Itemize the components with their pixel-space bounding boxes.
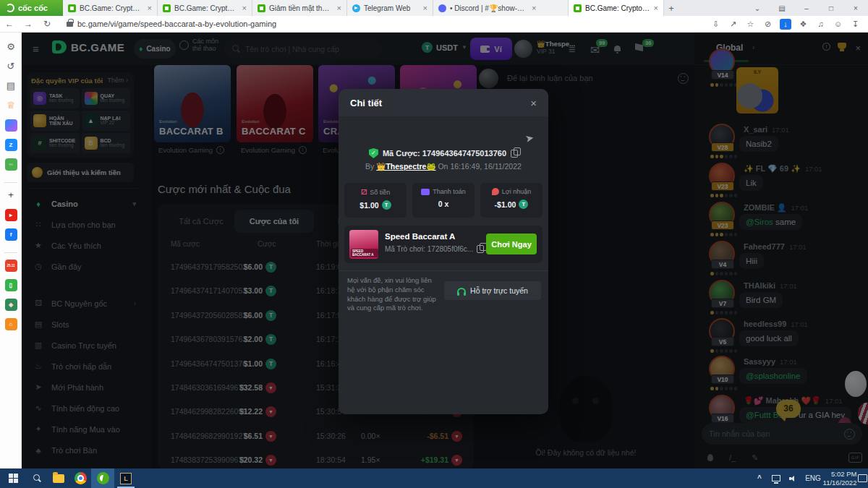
- tab-close-icon[interactable]: ×: [532, 4, 536, 12]
- share-icon[interactable]: ➤: [524, 132, 535, 145]
- mention-link[interactable]: @splashonline: [746, 372, 801, 380]
- sale-25-11-icon[interactable]: 25.11: [0, 260, 22, 272]
- clock[interactable]: 5:02 PM11/16/2022: [825, 468, 855, 488]
- sidebar-item-trò-chơi-bàn[interactable]: ♣Trò chơi Bàn: [22, 440, 152, 461]
- vip-more-link[interactable]: Thêm ›: [107, 77, 128, 84]
- tab-search-icon[interactable]: ⌄: [745, 4, 770, 12]
- battery-icon[interactable]: ▯: [0, 279, 22, 291]
- vip-card-nạp-lại[interactable]: ▲NẠP LẠIVIP 22: [82, 111, 131, 131]
- chevron-right-icon[interactable]: ›: [752, 43, 754, 51]
- copy-icon[interactable]: [511, 150, 518, 158]
- browser-tab[interactable]: Telegram Web×: [347, 0, 433, 16]
- browser-tab[interactable]: • Discord | #🏆show-off-you×: [433, 0, 569, 16]
- sidebar-item-tính-biến-động-cao[interactable]: ∿Tính biến động cao: [22, 398, 152, 419]
- currency-selector[interactable]: T USDT ▼: [422, 42, 467, 53]
- url-text[interactable]: bc.game/vi/game/speed-baccarat-a-by-evol…: [77, 20, 276, 28]
- user-avatar[interactable]: [514, 40, 532, 58]
- copy-icon[interactable]: [477, 245, 484, 253]
- live-support-button[interactable]: Hỗ trợ trực tuyến: [444, 281, 541, 300]
- zalo-icon[interactable]: Z: [0, 139, 22, 151]
- back-button[interactable]: ←: [0, 19, 19, 29]
- minimize-button[interactable]: –: [794, 4, 819, 12]
- chat-rules-icon[interactable]: !: [822, 43, 830, 51]
- notifications-bell-icon[interactable]: [613, 46, 621, 53]
- graduation-icon[interactable]: ◆: [0, 299, 22, 311]
- chat-input[interactable]: Tin nhắn của bạn: [702, 423, 862, 445]
- bcgame-logo[interactable]: BC.GAME: [52, 40, 124, 53]
- chat-username[interactable]: ✨ FL 💎 69 ✨17:01: [744, 164, 822, 174]
- media-icon[interactable]: ♫: [815, 20, 826, 28]
- pen-icon[interactable]: ✎: [752, 453, 758, 463]
- downloads-tray-icon[interactable]: ↧: [850, 20, 861, 29]
- file-explorer-button[interactable]: [48, 468, 69, 488]
- chat-username[interactable]: ZOMBIE 👤17:01: [744, 203, 808, 213]
- sidebar-item-casino[interactable]: ♦Casino▾: [22, 193, 152, 214]
- league-of-legends-button[interactable]: L: [114, 468, 137, 488]
- wallet-button[interactable]: Ví: [470, 38, 512, 60]
- referral-button[interactable]: Giới thiệu và kiếm tiền: [27, 163, 134, 182]
- tab-close-icon[interactable]: ×: [654, 4, 658, 12]
- adblock-shield-icon[interactable]: ⊘: [762, 20, 773, 29]
- nav-casino-tab[interactable]: ♦ Casino: [134, 39, 176, 59]
- lock-icon[interactable]: [67, 22, 73, 27]
- sidebar-item-lựa-chọn-cho-bạn[interactable]: ∷Lựa chọn cho bạn: [22, 214, 152, 235]
- language-indicator[interactable]: ENG: [803, 468, 823, 488]
- sidebar-item-bc-nguyên-gốc[interactable]: ⚄BC Nguyên gốc›: [22, 293, 152, 314]
- info-icon[interactable]: !: [299, 146, 307, 154]
- settings-gear-icon[interactable]: ⚙: [0, 41, 22, 52]
- chat-username[interactable]: THAIkiki17:01: [744, 281, 797, 290]
- bookmark-star-icon[interactable]: ☆: [745, 20, 756, 29]
- extensions-icon[interactable]: ❖: [798, 20, 809, 29]
- bets-tab-1[interactable]: Tất cả Cược: [168, 210, 234, 233]
- chat-username[interactable]: heedless9917:01: [744, 320, 808, 328]
- profile-icon[interactable]: ☺: [833, 20, 843, 28]
- save-page-icon[interactable]: ⇩: [710, 20, 721, 29]
- game-card-2[interactable]: EvolutionBACCARAT C: [237, 65, 313, 142]
- youtube-icon[interactable]: ▸: [0, 209, 22, 221]
- messenger-icon[interactable]: [0, 119, 22, 132]
- sidebar-item-trò-chơi-hấp-dẫn[interactable]: ♨Trò chơi hấp dẫn: [22, 356, 152, 377]
- rain-tip-icon[interactable]: [707, 454, 713, 461]
- emoji-icon[interactable]: [844, 429, 855, 440]
- account-menu-icon[interactable]: ≡: [569, 43, 575, 56]
- browser-panel-icon[interactable]: ▤: [770, 4, 794, 12]
- chat-toggle-icon[interactable]: [635, 43, 643, 51]
- download-icon[interactable]: ↓: [780, 19, 791, 30]
- sidebar-item-gần-đây[interactable]: ◷Gần đây: [22, 256, 152, 277]
- tab-close-icon[interactable]: ×: [242, 4, 247, 12]
- browser-tab[interactable]: BC.Game: Crypto Casino Gam×: [63, 0, 158, 16]
- bettor-link[interactable]: 👑Thespectre🐸: [376, 162, 435, 171]
- cart-icon[interactable]: ⌂: [0, 318, 22, 330]
- gif-icon[interactable]: GIF: [848, 453, 862, 463]
- crown-icon[interactable]: ♕: [0, 100, 22, 111]
- forward-button[interactable]: →: [19, 19, 38, 29]
- tab-close-icon[interactable]: ×: [337, 4, 341, 12]
- tab-close-icon[interactable]: ×: [148, 4, 152, 12]
- coccoc-button[interactable]: [91, 468, 114, 488]
- game-thumbnail[interactable]: SPEED BACCARAT A: [349, 230, 378, 259]
- browser-tab[interactable]: BC.Game: Crypto Casino Gam×: [158, 0, 252, 16]
- comment-box[interactable]: Để lại bình luận của bạn: [479, 67, 689, 90]
- action-center-button[interactable]: [856, 468, 868, 488]
- volume-icon[interactable]: [786, 468, 801, 488]
- game-card-1[interactable]: EvolutionBACCARAT B: [154, 65, 231, 142]
- coccoc-brand[interactable]: cốc cốc: [0, 0, 63, 16]
- share-icon[interactable]: ↗: [728, 20, 739, 29]
- close-button[interactable]: ×: [843, 4, 868, 12]
- browser-tab[interactable]: Giảm tiền mặt theo tiến hóa×: [252, 0, 347, 16]
- chrome-button[interactable]: [69, 468, 91, 488]
- facebook-icon[interactable]: f: [0, 228, 22, 241]
- add-icon[interactable]: +: [0, 189, 22, 200]
- menu-burger-icon[interactable]: ≡: [33, 43, 39, 55]
- table-row[interactable]: 174838372539909670$20.32▼18:30:541.95×+$…: [158, 450, 474, 468]
- modal-close-icon[interactable]: ×: [530, 97, 537, 109]
- sidebar-item-tính-năng-mua-vào[interactable]: ✦Tính năng Mua vào: [22, 419, 152, 440]
- play-now-button[interactable]: Chơi Ngay: [486, 234, 537, 254]
- taskbar-search-button[interactable]: [26, 468, 48, 488]
- chat-username[interactable]: Sassyyy17:01: [744, 357, 797, 366]
- sidebar-item-slots[interactable]: ▤Slots: [22, 314, 152, 335]
- mail-icon[interactable]: ✉99: [590, 43, 600, 57]
- info-icon[interactable]: !: [216, 146, 224, 154]
- maximize-button[interactable]: □: [819, 4, 843, 12]
- new-messages-badge[interactable]: 36: [776, 400, 801, 418]
